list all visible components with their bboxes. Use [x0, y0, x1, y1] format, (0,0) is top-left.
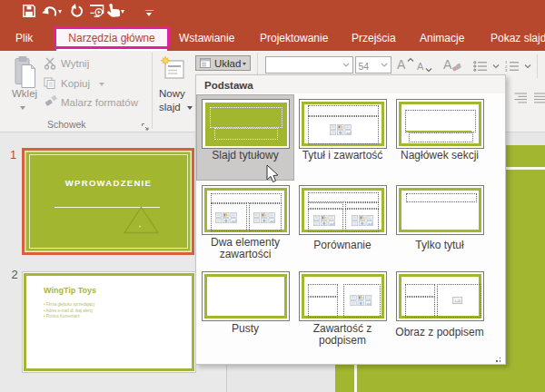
svg-text:3: 3	[505, 68, 508, 72]
